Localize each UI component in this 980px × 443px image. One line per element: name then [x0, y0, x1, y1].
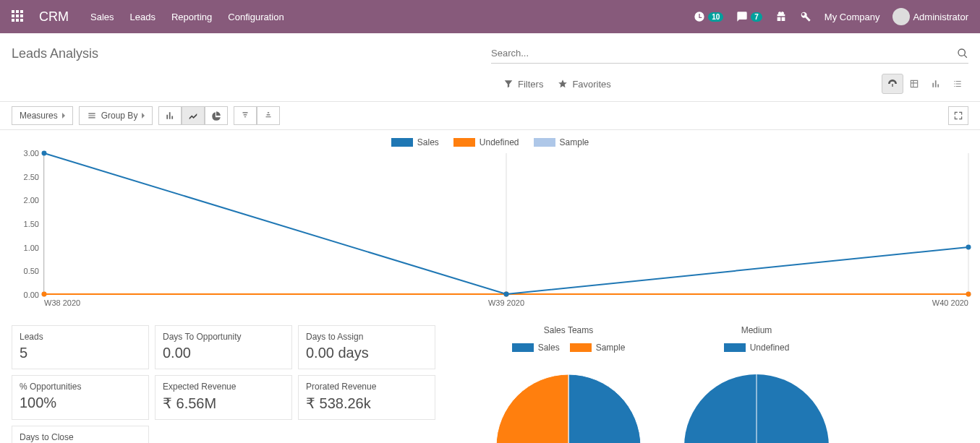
company-label: My Company [825, 12, 880, 22]
top-nav: Sales Leads Reporting Configuration [90, 12, 284, 22]
view-list-button[interactable] [947, 74, 968, 94]
topbar: CRM Sales Leads Reporting Configuration … [0, 0, 980, 33]
legend-item[interactable]: Undefined [453, 137, 519, 147]
view-pivot-button[interactable] [903, 74, 925, 94]
measures-button[interactable]: Measures [12, 106, 73, 125]
filters-row: Filters Favorites [0, 69, 980, 101]
activities-icon[interactable]: 10 [694, 11, 723, 22]
card-label: Days to Assign [306, 332, 427, 342]
y-tick: 3.00 [24, 149, 39, 158]
page-title: Leads Analysis [12, 46, 98, 61]
measures-label: Measures [20, 111, 58, 121]
avatar-icon [892, 8, 910, 25]
legend-label: Undefined [750, 343, 790, 353]
gift-icon[interactable] [775, 11, 787, 22]
stat-card[interactable]: Days to Assign0.00 days [298, 325, 435, 369]
y-tick: 0.00 [24, 291, 39, 299]
fullscreen-button[interactable] [948, 106, 968, 125]
stat-cards: Leads5Days To Opportunity0.00Days to Ass… [12, 325, 435, 443]
svg-point-10 [504, 292, 509, 297]
apps-icon[interactable] [12, 10, 25, 23]
y-tick: 1.50 [24, 220, 39, 228]
card-label: Days To Opportunity [163, 332, 284, 342]
nav-sales[interactable]: Sales [90, 12, 114, 22]
sort-asc-button[interactable] [257, 106, 280, 125]
star-icon [558, 79, 568, 89]
bar-chart-button[interactable] [158, 106, 182, 125]
nav-leads[interactable]: Leads [130, 12, 155, 22]
pie-chart-button[interactable] [205, 106, 228, 125]
dashboard-row: Leads5Days To Opportunity0.00Days to Ass… [0, 312, 980, 443]
user-label: Administrator [913, 12, 968, 22]
tools-icon[interactable] [800, 11, 811, 22]
favorites-label: Favorites [572, 79, 610, 90]
favorites-button[interactable]: Favorites [558, 79, 610, 90]
groupby-label: Group By [101, 111, 138, 121]
stat-card[interactable]: Leads5 [12, 325, 149, 369]
messages-icon[interactable]: 7 [736, 11, 762, 22]
card-label: % Opportunities [20, 382, 141, 392]
svg-point-6 [42, 292, 47, 297]
company-menu[interactable]: My Company [825, 12, 880, 22]
filters-left: Filters Favorites [503, 79, 611, 90]
card-label: Days to Close [20, 432, 141, 442]
pie-title: Sales Teams [489, 325, 648, 335]
groupby-button[interactable]: Group By [79, 106, 153, 125]
card-value: 5 [20, 345, 141, 361]
stat-card[interactable]: % Opportunities100% [12, 375, 149, 420]
subheader: Leads Analysis [0, 33, 980, 69]
funnel-icon [503, 79, 514, 89]
card-label: Leads [20, 332, 141, 342]
legend-item[interactable]: Undefined [724, 343, 790, 353]
sort-desc-button[interactable] [234, 106, 257, 125]
line-chart-area: SalesUndefinedSample 0.000.501.001.502.0… [0, 130, 980, 312]
legend-item[interactable]: Sample [570, 343, 626, 353]
pie-legend: SalesSample [489, 343, 648, 353]
line-chart-button[interactable] [182, 106, 205, 125]
view-dashboard-button[interactable] [882, 74, 903, 94]
view-graph-button[interactable] [925, 74, 947, 94]
brand[interactable]: CRM [39, 9, 69, 25]
y-tick: 2.50 [24, 173, 39, 181]
card-value: 100% [20, 395, 141, 411]
legend-swatch [724, 343, 746, 352]
y-tick: 1.00 [24, 244, 39, 252]
pie-legend: Undefined [677, 343, 836, 353]
filters-label: Filters [518, 79, 543, 90]
card-value: 0.00 [163, 345, 284, 361]
x-tick: W39 2020 [488, 298, 524, 307]
stat-card[interactable]: Days to Close0.00 days [12, 426, 149, 443]
legend-item[interactable]: Sales [391, 137, 439, 147]
legend-item[interactable]: Sample [534, 137, 589, 147]
search-bar[interactable] [491, 43, 968, 64]
search-input[interactable] [491, 43, 968, 63]
chart-toolbar: Measures Group By [0, 101, 980, 130]
filters-button[interactable]: Filters [503, 79, 543, 90]
x-tick: W38 2020 [44, 298, 80, 307]
legend-item[interactable]: Sales [512, 343, 560, 353]
search-icon[interactable] [957, 48, 968, 59]
legend-swatch [453, 138, 475, 147]
caret-right-icon [142, 113, 145, 119]
x-tick: W40 2020 [932, 298, 968, 307]
caret-right-icon [62, 113, 65, 119]
legend-swatch [534, 138, 555, 147]
legend-label: Sample [560, 137, 589, 147]
legend-swatch [391, 138, 413, 147]
nav-reporting[interactable]: Reporting [171, 12, 212, 22]
legend-swatch [570, 343, 592, 352]
card-value: ₹ 6.56M [163, 395, 284, 412]
stat-card[interactable]: Days To Opportunity0.00 [155, 325, 292, 369]
pie-block: Sales TeamsSalesSample [489, 325, 648, 443]
legend-label: Sample [596, 343, 626, 353]
stat-card[interactable]: Prorated Revenue₹ 538.26k [298, 375, 435, 420]
line-chart: 0.000.501.001.502.002.503.00 W38 2020W39… [12, 153, 968, 312]
card-label: Expected Revenue [163, 382, 284, 392]
badge-activities: 10 [708, 12, 723, 22]
y-tick: 2.00 [24, 196, 39, 205]
user-menu[interactable]: Administrator [892, 8, 968, 25]
card-value: 0.00 days [306, 345, 427, 361]
nav-configuration[interactable]: Configuration [228, 12, 284, 22]
legend-label: Sales [538, 343, 560, 353]
stat-card[interactable]: Expected Revenue₹ 6.56M [155, 375, 292, 420]
